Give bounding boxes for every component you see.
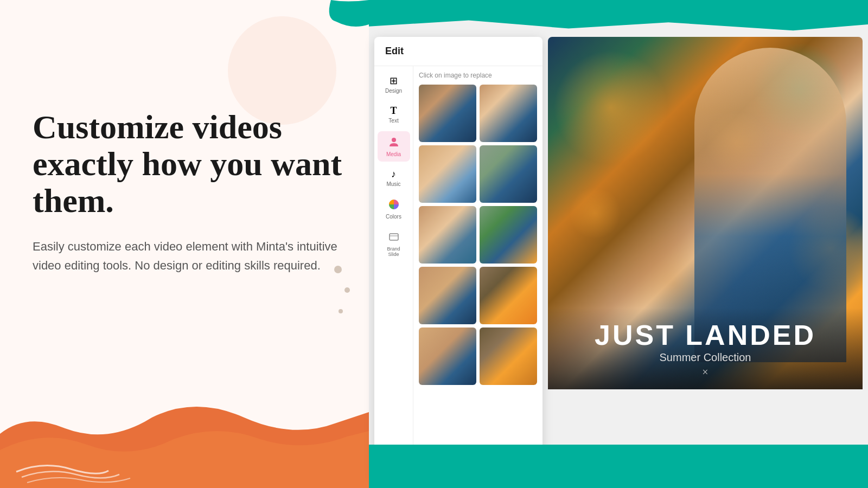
preview-image: JUST LANDED Summer Collection ×	[548, 37, 863, 389]
media-thumb-6[interactable]	[480, 206, 537, 264]
nav-item-design[interactable]: ⊞ Design	[378, 72, 410, 98]
preview-text-overlay: JUST LANDED Summer Collection ×	[548, 308, 863, 389]
text-icon: T	[390, 106, 397, 115]
left-section: Customize videos exactly how you want th…	[0, 0, 369, 488]
preview-main-text: JUST LANDED	[595, 321, 816, 349]
left-content: Customize videos exactly how you want th…	[33, 108, 347, 275]
brand-slide-icon	[388, 232, 399, 244]
nav-label-design: Design	[385, 88, 402, 94]
media-icon	[388, 136, 400, 149]
media-thumb-8[interactable]	[480, 267, 537, 324]
nav-label-text: Text	[388, 118, 398, 124]
nav-label-music: Music	[386, 181, 400, 187]
panel-header: Edit	[374, 37, 542, 66]
media-thumb-5[interactable]	[419, 206, 476, 264]
media-thumb-10[interactable]	[480, 328, 537, 385]
teal-bottom-bar	[369, 445, 868, 488]
teal-brush-left	[288, 0, 369, 33]
media-thumb-2[interactable]	[480, 85, 537, 142]
nav-item-text[interactable]: T Text	[378, 101, 410, 128]
design-icon: ⊞	[390, 76, 398, 86]
teal-top-brush	[369, 0, 868, 41]
colors-icon	[388, 199, 399, 211]
music-icon: ♪	[391, 169, 396, 179]
preview-sub-text: Summer Collection	[660, 351, 751, 364]
media-thumb-7[interactable]	[419, 267, 476, 324]
svg-point-0	[392, 138, 396, 142]
preview-close-icon[interactable]: ×	[702, 366, 708, 378]
media-thumb-1[interactable]	[419, 85, 476, 142]
preview-panel: JUST LANDED Summer Collection ×	[548, 37, 863, 389]
main-headline: Customize videos exactly how you want th…	[33, 108, 347, 220]
panel-sidebar: ⊞ Design T Text Media	[374, 66, 413, 476]
nav-label-colors: Colors	[386, 214, 401, 220]
nav-item-brand-slide[interactable]: BrandSlide	[378, 227, 410, 261]
nav-label-brand-slide: BrandSlide	[387, 246, 400, 257]
panel-title: Edit	[385, 46, 404, 56]
right-section: Edit ⊞ Design T Text	[369, 0, 868, 488]
deco-dot-2	[344, 287, 350, 293]
nav-item-music[interactable]: ♪ Music	[378, 165, 410, 191]
app-panel: Edit ⊞ Design T Text	[374, 37, 542, 476]
deco-dot-3	[339, 309, 343, 313]
media-thumb-4[interactable]	[480, 145, 537, 203]
nav-item-colors[interactable]: Colors	[378, 195, 410, 224]
panel-body: ⊞ Design T Text Media	[374, 66, 542, 476]
media-grid	[419, 85, 537, 385]
nav-label-media: Media	[386, 151, 401, 157]
panel-main: Click on image to replace	[413, 66, 542, 476]
media-thumb-3[interactable]	[419, 145, 476, 203]
svg-rect-2	[390, 234, 398, 240]
main-subtext: Easily customize each video element with…	[33, 237, 347, 275]
click-hint: Click on image to replace	[419, 72, 537, 79]
orange-wave-decoration	[0, 390, 369, 488]
media-thumb-9[interactable]	[419, 328, 476, 385]
nav-item-media[interactable]: Media	[378, 131, 410, 162]
